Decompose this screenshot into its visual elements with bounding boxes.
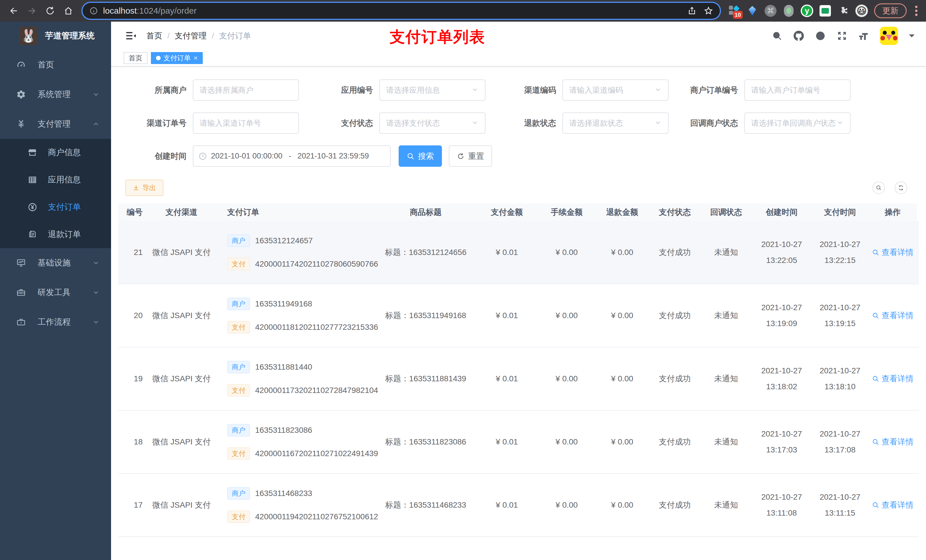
browser-update-button[interactable]: 更新: [874, 3, 906, 18]
filter-select-支付状态[interactable]: 请选择支付状态: [379, 112, 486, 134]
tag-view-首页[interactable]: 首页: [124, 52, 147, 64]
sidebar-item-首页[interactable]: 首页: [0, 50, 111, 80]
sidebar-item-支付管理[interactable]: 支付管理: [0, 109, 111, 139]
browser-home-button[interactable]: [61, 3, 76, 19]
browser-reload-button[interactable]: [42, 3, 58, 19]
merchant-tag: 商户: [227, 297, 250, 310]
cell-amount: ¥ 0.01: [475, 221, 538, 284]
sidebar-item-退款订单[interactable]: 退款订单: [0, 221, 111, 248]
filter-label: 所属商户: [125, 85, 193, 96]
create-time-range-picker[interactable]: 2021-10-01 00:00:00 - 2021-10-31 23:59:5…: [193, 145, 391, 167]
blocks-extension-icon[interactable]: 10: [728, 5, 740, 17]
app-logo[interactable]: 🐰 芋道管理系统: [0, 22, 111, 50]
sidebar-fold-icon[interactable]: [125, 30, 137, 42]
filter-input-渠道订单号[interactable]: 请输入渠道订单号: [193, 112, 299, 134]
refresh-table-button[interactable]: [895, 181, 907, 194]
time-line: 13:18:02: [766, 382, 797, 391]
chevron-up-icon: [92, 120, 100, 128]
browser-menu-icon[interactable]: [915, 6, 917, 16]
briefcase-icon: [16, 317, 26, 327]
address-bar[interactable]: localhost:1024/pay/order: [83, 3, 720, 19]
filter-select-应用编号[interactable]: 请选择应用信息: [379, 79, 486, 101]
cell-actions: [869, 537, 917, 560]
clock-icon: [198, 152, 207, 160]
gem-extension-icon[interactable]: [746, 5, 758, 17]
view-detail-link[interactable]: 查看详情: [872, 310, 914, 321]
pay-tag: 支付: [227, 510, 250, 523]
view-detail-link[interactable]: 查看详情: [872, 436, 914, 447]
extensions-puzzle-icon[interactable]: [837, 5, 850, 17]
merchant-order-no: 1635311949168: [255, 299, 312, 308]
share-icon[interactable]: [687, 6, 696, 15]
column-header-手续金额: 手续金额: [538, 204, 595, 221]
filter-field-应用编号: 应用编号请选择应用信息: [312, 79, 486, 101]
sidebar-item-工作流程[interactable]: 工作流程: [0, 307, 111, 337]
sidebar-item-基础设施[interactable]: 基础设施: [0, 248, 111, 278]
cell-title: 标题：1635311823086: [376, 411, 475, 473]
browser-back-button[interactable]: [6, 3, 22, 19]
filter-label: 支付状态: [312, 118, 379, 128]
bookmark-star-icon[interactable]: [704, 6, 713, 15]
command-extension-icon[interactable]: ⌘: [764, 5, 777, 17]
reset-button[interactable]: 重置: [449, 145, 492, 167]
sidebar-item-支付订单[interactable]: 支付订单: [0, 193, 111, 221]
filter-field-渠道编码: 渠道编码请输入渠道编码: [495, 79, 669, 101]
avatar-caret-icon[interactable]: [909, 35, 915, 40]
cell-pay-time: 2021-10-2713:22:15: [811, 221, 869, 284]
sidebar-item-label: 支付管理: [38, 118, 92, 130]
sidebar-item-研发工具[interactable]: 研发工具: [0, 278, 111, 307]
dashboard-icon: [16, 60, 26, 70]
sidebar-item-label: 系统管理: [38, 89, 92, 100]
sidebar-item-商户信息[interactable]: 商户信息: [0, 139, 111, 166]
magnifier-icon: [872, 375, 879, 382]
search-button[interactable]: 搜索: [399, 145, 442, 167]
github-icon[interactable]: [793, 30, 804, 41]
sidebar-item-系统管理[interactable]: 系统管理: [0, 80, 111, 109]
filter-select-渠道编码[interactable]: 请输入渠道编码: [562, 79, 669, 101]
url-text: localhost:1024/pay/order: [103, 6, 682, 16]
cell-pay-status: 支付成功: [649, 221, 701, 284]
table-row: 商户1635311015796: [118, 537, 919, 560]
pin-extension-icon[interactable]: [782, 5, 795, 17]
cell-channel: 微信 JSAPI 支付: [147, 347, 216, 410]
view-detail-link[interactable]: 查看详情: [872, 500, 914, 510]
filter-select-回调商户状态[interactable]: 请选择订单回调商户状态: [744, 112, 850, 134]
column-header-支付订单: 支付订单: [216, 204, 376, 221]
view-detail-link[interactable]: 查看详情: [872, 247, 914, 258]
export-button[interactable]: 导出: [125, 180, 163, 196]
filter-input-所属商户[interactable]: 请选择所属商户: [193, 79, 299, 101]
cell-title: 标题：1635311468233: [376, 474, 475, 536]
y-extension-icon[interactable]: y: [801, 5, 813, 17]
filter-label: 渠道编码: [495, 85, 562, 96]
header-search-icon[interactable]: [772, 30, 782, 41]
toggle-search-button[interactable]: [873, 181, 885, 194]
breadcrumb-home[interactable]: 首页: [146, 30, 162, 41]
font-size-icon[interactable]: [858, 30, 869, 41]
extension-badge: 10: [733, 11, 743, 19]
emoji-extension-icon[interactable]: 😃: [855, 5, 868, 17]
filter-field-退款状态: 退款状态请选择退款状态: [495, 112, 669, 134]
site-info-icon[interactable]: [89, 6, 98, 15]
tag-close-icon[interactable]: ×: [194, 54, 198, 62]
filter-input-商户订单编号[interactable]: 请输入商户订单编号: [744, 79, 850, 101]
view-detail-link[interactable]: 查看详情: [872, 373, 914, 384]
cell-actions: 查看详情: [869, 221, 917, 284]
chat-extension-icon[interactable]: [819, 5, 831, 17]
column-header-支付时间: 支付时间: [811, 204, 869, 221]
breadcrumb-pay[interactable]: 支付管理: [175, 30, 207, 41]
filter-select-退款状态[interactable]: 请选择退款状态: [562, 112, 669, 134]
sidebar-item-应用信息[interactable]: 应用信息: [0, 166, 111, 193]
help-icon[interactable]: [815, 30, 826, 41]
pay-order-no: 4200001173202110272847982104: [255, 386, 378, 395]
cell-order-numbers: 商户1635311468233支付42000011942021102767521…: [216, 474, 376, 536]
magnifier-icon: [872, 312, 879, 319]
browser-forward-button[interactable]: [24, 3, 40, 19]
tag-view-支付订单[interactable]: 支付订单×: [151, 52, 203, 64]
user-avatar[interactable]: [880, 27, 898, 45]
view-detail-label: 查看详情: [882, 373, 914, 384]
cell-fee: ¥ 0.00: [538, 474, 595, 536]
tag-label: 首页: [129, 53, 142, 63]
chevron-down-icon: [92, 91, 100, 98]
pay-order-no: 4200001174202110278060590766: [255, 260, 378, 269]
fullscreen-icon[interactable]: [837, 30, 847, 41]
